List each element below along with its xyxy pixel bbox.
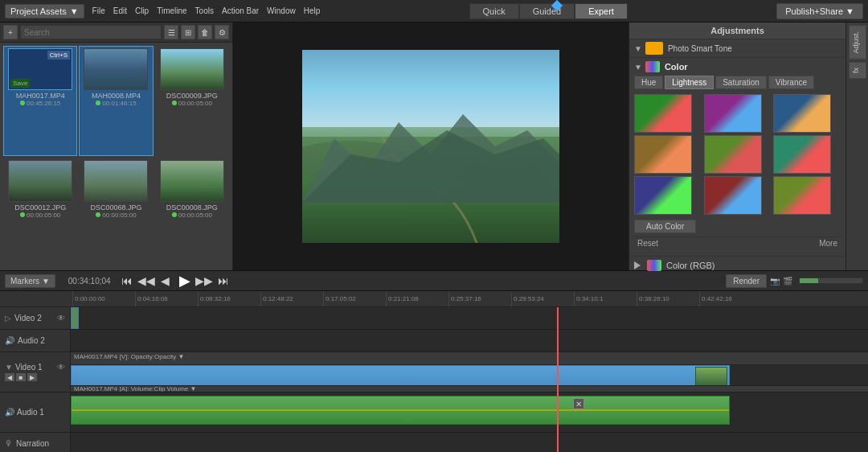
- menu-action-bar[interactable]: Action Bar: [222, 6, 259, 15]
- video1-end-thumb: [695, 367, 727, 386]
- video2-header: ▷ Video 2 👁: [0, 307, 71, 329]
- render-btn[interactable]: Render: [726, 274, 767, 288]
- ruler-marks: 0:00:00:00 0:04:16:08 0:08:32:16 0:12:48…: [72, 291, 762, 307]
- filter-3[interactable]: [773, 94, 831, 133]
- publish-share-btn[interactable]: Publish+Share ▼: [776, 3, 863, 19]
- list-item[interactable]: DSC00008.JPG 00:00:05:00: [155, 158, 229, 268]
- mountain-svg: [302, 98, 559, 203]
- filter-7[interactable]: [634, 176, 692, 215]
- narration-header: 🎙 Narration: [0, 433, 71, 452]
- step-back-btn[interactable]: ◀◀: [138, 273, 154, 289]
- audio1-clip[interactable]: ✕: [71, 396, 730, 425]
- photo-smart-label: Photo Smart Tone: [668, 44, 732, 53]
- filter-9[interactable]: [773, 176, 831, 215]
- play-back-btn[interactable]: ◀: [158, 273, 174, 289]
- filter-5[interactable]: [704, 135, 762, 174]
- video2-clip[interactable]: [71, 307, 79, 329]
- tab-vibrance[interactable]: Vibrance: [768, 76, 814, 89]
- ruler-mark: 0:04:16:08: [135, 291, 198, 307]
- audio2-content[interactable]: [71, 330, 868, 351]
- video2-label: Video 2: [14, 314, 42, 323]
- menu-help[interactable]: Help: [304, 6, 321, 15]
- audio1-icon: 🔊: [5, 408, 14, 417]
- video1-main-clip[interactable]: [71, 365, 730, 386]
- audio2-icon: 🔊: [5, 336, 14, 345]
- adjustments-panel: Adjustments ▼ Photo Smart Tone ▼ Color H…: [628, 23, 845, 270]
- tab-expert[interactable]: Expert: [575, 3, 628, 19]
- tab-lightness[interactable]: Lightness: [665, 76, 714, 89]
- settings-asset-btn[interactable]: ⚙: [215, 25, 229, 39]
- narration-icon: 🎙: [5, 439, 13, 448]
- timeline-ruler: 0:00:00:00 0:04:16:08 0:08:32:16 0:12:48…: [0, 291, 868, 307]
- ruler-mark: 0:29:53:24: [511, 291, 574, 307]
- menu-file[interactable]: File: [92, 6, 105, 15]
- filter-4[interactable]: [634, 135, 692, 174]
- tab-guided[interactable]: Guided: [519, 3, 575, 19]
- triangle-icon: [634, 261, 641, 269]
- list-item[interactable]: DSC00012.JPG 00:00:05:00: [3, 158, 77, 268]
- video1-eye-icon[interactable]: 👁: [57, 363, 65, 372]
- step-forward-btn[interactable]: ▶▶: [196, 273, 212, 289]
- filter-1[interactable]: [634, 94, 692, 133]
- search-input[interactable]: [20, 25, 162, 39]
- color-rgb-icon: [647, 260, 661, 271]
- adjust-btn[interactable]: Adjust.: [849, 26, 866, 60]
- delete-asset-btn[interactable]: 🗑: [198, 25, 212, 39]
- mode-tabs: Quick Guided Expert: [469, 3, 628, 19]
- video1-mini-controls: ◀ ■ ▶: [5, 373, 37, 381]
- skip-end-btn[interactable]: ⏭: [215, 273, 231, 289]
- menu-timeline[interactable]: Timeline: [157, 6, 186, 15]
- ruler-mark: 0:38:26:10: [637, 291, 699, 307]
- list-item[interactable]: Save Ctrl+S MAH0017.MP4 00:45:26:15: [3, 46, 77, 156]
- audio1-x-marker[interactable]: ✕: [573, 398, 584, 409]
- color-rgb-row[interactable]: Color (RGB): [629, 256, 845, 274]
- video1-ctrl-1[interactable]: ◀: [5, 373, 14, 381]
- audio2-label: Audio 2: [18, 336, 45, 345]
- audio1-content[interactable]: ✕: [71, 392, 868, 432]
- project-assets-btn[interactable]: Project Assets ▼: [5, 4, 84, 18]
- video1-content[interactable]: MAH0017.MP4 [V]: Opacity:Opacity ▼ MAH00…: [71, 352, 868, 392]
- markers-btn[interactable]: Markers ▼: [5, 274, 55, 288]
- menu-tools[interactable]: Tools: [195, 6, 214, 15]
- video2-content[interactable]: [71, 307, 868, 329]
- add-media-btn[interactable]: +: [3, 25, 18, 39]
- tab-hue[interactable]: Hue: [634, 76, 663, 89]
- filter-2[interactable]: [704, 94, 762, 133]
- photo-smart-tone-row[interactable]: ▼ Photo Smart Tone: [629, 39, 845, 58]
- video2-eye-icon[interactable]: 👁: [57, 314, 65, 323]
- filter-8[interactable]: [704, 176, 762, 215]
- audio2-track: 🔊 Audio 2: [0, 330, 868, 352]
- video1-header: ▼ Video 1 👁 ◀ ■ ▶: [0, 352, 71, 392]
- list-item[interactable]: MAH0008.MP4 00:01:46:15: [79, 46, 153, 156]
- grid-view-btn[interactable]: ⊞: [181, 25, 195, 39]
- menu-window[interactable]: Window: [267, 6, 296, 15]
- ruler-mark: 0:00:00:00: [72, 291, 135, 307]
- tab-quick[interactable]: Quick: [469, 3, 519, 19]
- skip-start-btn[interactable]: ⏮: [119, 273, 135, 289]
- tab-saturation[interactable]: Saturation: [715, 76, 767, 89]
- ruler-mark: 0:17:05:02: [323, 291, 386, 307]
- ruler-mark: 0:08:32:16: [198, 291, 260, 307]
- list-item[interactable]: DSC00068.JPG 00:00:05:00: [79, 158, 153, 268]
- menu-edit[interactable]: Edit: [113, 6, 127, 15]
- narration-label: Narration: [16, 439, 49, 448]
- menu-clip[interactable]: Clip: [135, 6, 149, 15]
- more-btn[interactable]: More: [819, 239, 837, 248]
- video2-expand-icon[interactable]: ▷: [5, 314, 11, 323]
- filter-6[interactable]: [773, 135, 831, 174]
- auto-color-btn[interactable]: Auto Color: [634, 220, 696, 233]
- video1-expand-icon[interactable]: ▼: [5, 363, 13, 372]
- color-section: ▼ Color Hue Lightness Saturation Vibranc…: [629, 58, 845, 256]
- narration-content[interactable]: [71, 433, 868, 452]
- list-item[interactable]: DSC00009.JPG 00:00:05:00: [155, 46, 229, 156]
- video1-clip-label: MAH0017.MP4 [V]: Opacity:Opacity ▼: [71, 352, 868, 365]
- audio1-waveform: [72, 409, 729, 411]
- reset-btn[interactable]: Reset: [637, 239, 658, 248]
- adjustments-title: Adjustments: [629, 23, 845, 39]
- list-view-btn[interactable]: ☰: [164, 25, 178, 39]
- fx-btn[interactable]: fx: [849, 62, 866, 79]
- main-area: + ☰ ⊞ 🗑 ⚙ Save Ctrl+S MAH0017.MP4 00:45:…: [0, 23, 868, 270]
- play-btn[interactable]: ▶: [177, 273, 193, 289]
- video1-ctrl-2[interactable]: ■: [16, 373, 26, 381]
- video1-ctrl-3[interactable]: ▶: [27, 373, 37, 381]
